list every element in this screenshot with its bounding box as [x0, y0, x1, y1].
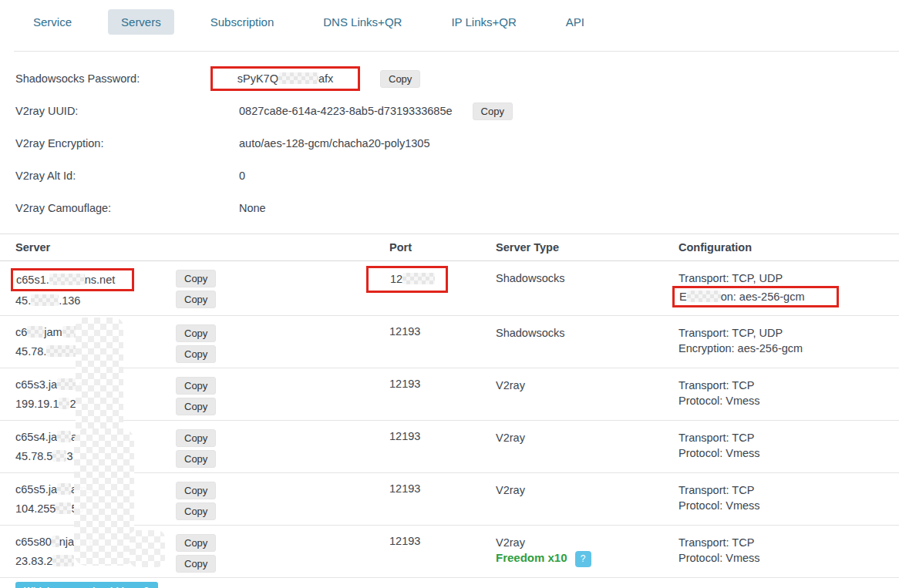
- tab-api[interactable]: API: [553, 9, 598, 35]
- credential-row: V2ray Camouflage:None: [0, 192, 899, 224]
- copy-button[interactable]: Copy: [176, 398, 216, 415]
- credentials-section: Shadowsocks Password:sPyK7QafxCopyV2ray …: [0, 52, 899, 224]
- text-fragment: jam: [44, 326, 62, 338]
- tab-dns-links-qr[interactable]: DNS Links+QR: [310, 9, 415, 35]
- text-fragment: 2: [69, 398, 76, 410]
- copy-button[interactable]: Copy: [176, 555, 216, 573]
- redacted-blur: [56, 502, 71, 514]
- redacted-blur: [62, 326, 107, 338]
- help-badge[interactable]: ?: [575, 551, 591, 567]
- copy-button[interactable]: Copy: [473, 102, 513, 120]
- tab-service[interactable]: Service: [20, 9, 85, 35]
- server-host: c65s4.jaams.r: [15, 428, 176, 447]
- copy-button[interactable]: Copy: [176, 450, 216, 468]
- highlight-box: sPyK7Qafx: [210, 66, 360, 91]
- server-cell: c65s1.ns.net45..136: [15, 268, 176, 311]
- server-host: c65s5.jaams.: [15, 480, 176, 499]
- credential-row: V2ray Encryption:auto/aes-128-gcm/chacha…: [0, 127, 899, 160]
- text-fragment: 23.83.2: [15, 555, 52, 567]
- text-fragment: Protocol: Vmess: [678, 447, 760, 459]
- text-fragment: 12193: [389, 430, 420, 442]
- field-value: None: [239, 202, 266, 214]
- text-fragment: Protocol: Vmess: [678, 552, 760, 564]
- text-fragment: Transport: TCP: [678, 432, 754, 444]
- table-row: c65s3.jar199.19.12CopyCopy12193V2rayTran…: [0, 368, 899, 421]
- redacted-blur: [99, 431, 113, 442]
- redacted-blur: [57, 483, 71, 495]
- server-type: Shadowsocks: [496, 270, 678, 286]
- port-cell: 12: [389, 268, 496, 293]
- server-cell: c65s4.jaams.r45.78.53: [15, 428, 176, 466]
- copy-button[interactable]: Copy: [380, 70, 420, 88]
- config-line: Transport: TCP, UDP: [678, 325, 899, 341]
- text-fragment: c65s3.ja: [15, 378, 57, 391]
- tab-ip-links-qr[interactable]: IP Links+QR: [438, 9, 529, 35]
- tab-bar: ServiceServersSubscriptionDNS Links+QRIP…: [0, 0, 899, 35]
- field-value: sPyK7Qafx: [239, 66, 360, 91]
- copy-button[interactable]: Copy: [176, 324, 216, 342]
- port-cell: 12193: [389, 323, 496, 338]
- copy-button[interactable]: Copy: [176, 502, 216, 520]
- text-fragment: 50: [71, 502, 83, 515]
- copy-button[interactable]: Copy: [176, 345, 216, 363]
- column-header-configuration: Configuration: [678, 241, 899, 254]
- which-server-button[interactable]: Which server should I use?: [15, 582, 158, 588]
- text-fragment: 12193: [389, 482, 420, 495]
- redacted-blur: [31, 294, 59, 306]
- copy-button[interactable]: Copy: [176, 377, 216, 395]
- redacted-blur: [52, 450, 66, 462]
- redacted-blur: [52, 555, 74, 566]
- tab-subscription[interactable]: Subscription: [197, 9, 288, 35]
- server-host: c6jam: [15, 323, 176, 342]
- redacted-blur: [46, 345, 80, 357]
- redacted-blur: [95, 483, 115, 495]
- server-type-cell: V2ray: [496, 480, 678, 498]
- redacted-blur: [57, 431, 71, 442]
- text-fragment: 12193: [389, 325, 420, 338]
- redacted-blur: [78, 536, 89, 547]
- config-line: Protocol: Vmess: [678, 550, 899, 566]
- text-fragment: 45.78.5: [15, 450, 52, 462]
- server-ip: 23.83.2: [15, 552, 176, 571]
- server-cell: c65s80njaret23.83.2: [15, 533, 176, 571]
- copy-button[interactable]: Copy: [176, 270, 216, 287]
- server-type: V2ray: [496, 535, 678, 550]
- credential-row: V2ray UUID:0827ca8e-614a-4223-8ab5-d7319…: [0, 95, 899, 127]
- text-fragment: ns.net: [85, 274, 116, 286]
- text-fragment: 45.: [15, 294, 31, 307]
- server-type-cell: Shadowsocks: [496, 323, 678, 341]
- server-type-cell: V2ray: [496, 375, 678, 393]
- field-value: 0: [239, 170, 245, 182]
- tab-servers[interactable]: Servers: [108, 9, 174, 35]
- copy-button[interactable]: Copy: [176, 482, 216, 499]
- config-line: Protocol: Vmess: [678, 393, 899, 408]
- port-cell: 12193: [389, 480, 496, 495]
- table-row: c6jam45.78.CopyCopy12193ShadowsocksTrans…: [0, 316, 899, 368]
- text-fragment: auto/aes-128-gcm/chacha20-poly1305: [239, 137, 429, 150]
- redacted-blur: [82, 378, 98, 390]
- server-ip: 45..136: [15, 291, 176, 311]
- config-line: Transport: TCP: [678, 482, 899, 498]
- config-line: Transport: TCP: [678, 378, 899, 393]
- server-ip: 45.78.53: [15, 447, 176, 466]
- copy-button[interactable]: Copy: [176, 534, 216, 552]
- text-fragment: 199.19.1: [15, 398, 59, 410]
- copy-button[interactable]: Copy: [176, 291, 216, 308]
- text-fragment: afx: [318, 72, 333, 85]
- highlight-box: 12: [366, 266, 448, 293]
- config-line: Transport: TCP: [678, 535, 899, 550]
- server-type-cell: Shadowsocks: [496, 268, 678, 286]
- field-label: V2ray UUID:: [15, 105, 239, 117]
- server-type: V2ray: [496, 482, 678, 498]
- server-type-cell: V2ray: [496, 428, 678, 445]
- server-type: V2ray: [496, 430, 678, 445]
- text-fragment: 0827ca8e-614a-4223-8ab5-d7319333685e: [239, 105, 453, 117]
- column-header-server-type: Server Type: [496, 241, 678, 254]
- text-fragment: 3: [66, 450, 72, 462]
- server-cell: c65s5.jaams.104.25550: [15, 480, 176, 519]
- copy-button[interactable]: Copy: [176, 429, 216, 447]
- field-label: V2ray Encryption:: [15, 137, 239, 150]
- config-cell: Transport: TCPProtocol: Vmess: [678, 375, 899, 408]
- table-row: c65s4.jaams.r45.78.53CopyCopy12193V2rayT…: [0, 421, 899, 473]
- redacted-blur: [27, 326, 44, 338]
